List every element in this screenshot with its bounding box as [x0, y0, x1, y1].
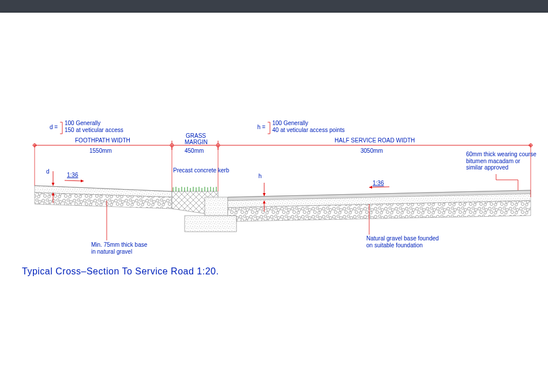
h-var-label: h = — [257, 124, 265, 131]
slope-arrow-left — [65, 180, 84, 181]
kerb-haunch — [205, 197, 228, 216]
kerb-foundation — [185, 216, 237, 232]
h-bracket — [268, 122, 270, 134]
h-line1: 100 Generally — [272, 120, 308, 127]
half-road-label: HALF SERVICE ROAD WIDTH — [335, 137, 415, 144]
wearing-note: 60mm thick wearing course bitumen macada… — [466, 151, 536, 171]
slope-left-label: 1:36 — [67, 172, 78, 179]
slope-right-label: 1:36 — [373, 180, 384, 187]
grass-value: 450mm — [185, 148, 204, 154]
d-bracket — [60, 122, 62, 134]
slope-arrow-right — [369, 187, 389, 187]
grass-label1: GRASS — [186, 133, 206, 140]
drawing-page: d = 100 Generally 150 at veticular acces… — [0, 13, 548, 392]
footpath-label: FOOTHPATH WIDTH — [75, 137, 130, 144]
d-var-label: d = — [50, 124, 58, 131]
d-line1: 100 Generally — [65, 120, 100, 127]
grass-icon — [173, 187, 216, 191]
grass-label2: MARGIN — [185, 139, 208, 146]
drawing-canvas — [0, 13, 548, 392]
footpath-value: 1550mm — [89, 148, 112, 154]
h-line2: 40 at veticular access points — [272, 127, 345, 134]
leader-wearing-note — [496, 174, 518, 190]
d-dim-label: d — [46, 168, 50, 175]
d-line2: 150 at veticular access — [65, 127, 123, 134]
h-dim-label: h — [258, 173, 262, 180]
half-road-value: 3050mm — [361, 148, 383, 154]
base-note: Min. 75mm thick base in natural gravel — [91, 242, 147, 255]
drawing-title: Typical Cross–Section To Service Road 1:… — [22, 266, 219, 277]
kerb-note: Precast concrete kerb — [173, 167, 229, 174]
gravel-note: Natural gravel base founded on suitable … — [366, 235, 439, 248]
